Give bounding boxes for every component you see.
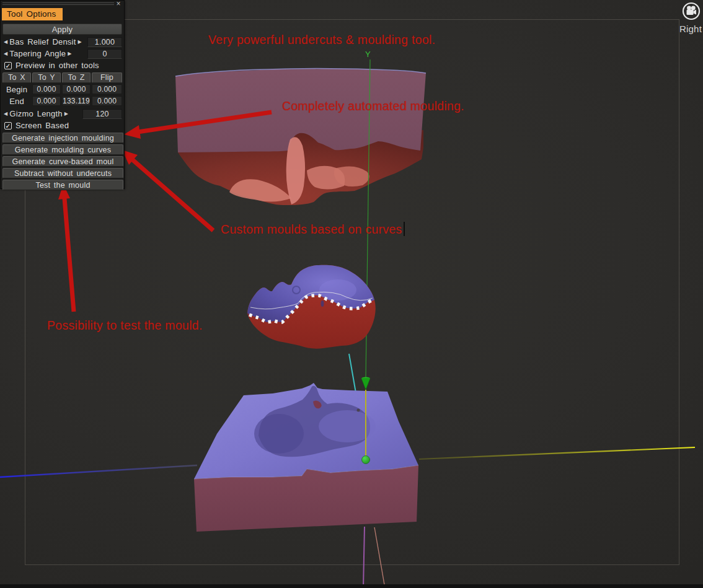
- end-z-field[interactable]: 0.000: [92, 96, 122, 106]
- gizmo-length-row: ◀ Gizmo Length ▶ 120: [1, 108, 124, 120]
- gizmo-handle-sphere[interactable]: [362, 456, 370, 464]
- annotation-automated-moulding: Completely automated moulding.: [282, 99, 464, 113]
- camera-icon: [681, 1, 701, 21]
- x-axis-line-yellow: [419, 447, 695, 459]
- spinner-row-bas-relief: ◀ Bas Relief Densit ▶ 1.000: [1, 36, 124, 48]
- gizmo-length-label: Gizmo Length: [9, 109, 62, 118]
- annotation-custom-moulds[interactable]: Custom moulds based on curves: [221, 222, 405, 237]
- apply-button[interactable]: Apply: [2, 24, 122, 35]
- tab-tool-options[interactable]: Tool Options: [2, 8, 63, 20]
- annotation-powerful-tool: Very powerful undercuts & moulding tool.: [208, 33, 435, 47]
- begin-x-field[interactable]: 0.000: [32, 84, 61, 94]
- preview-checkbox[interactable]: ✓: [4, 62, 12, 69]
- spinner-increment-icon[interactable]: ▶: [64, 112, 68, 116]
- upper-mould-half[interactable]: [175, 69, 426, 206]
- preview-checkbox-label: Preview in other tools: [15, 61, 99, 70]
- flip-button[interactable]: Flip: [92, 72, 122, 83]
- begin-y-field[interactable]: 0.000: [62, 84, 91, 94]
- spinner-row-tapering-angle: ◀ Tapering Angle ▶ 0: [1, 48, 124, 59]
- annotation-test-mould: Possibility to test the mould.: [47, 318, 203, 333]
- y-axis-label: Y: [365, 50, 371, 59]
- head-model[interactable]: [247, 265, 376, 349]
- spinner-increment-icon[interactable]: ▶: [68, 51, 71, 56]
- spinner-decrement-icon[interactable]: ◀: [4, 112, 7, 116]
- tapering-angle-label: Tapering Angle: [9, 49, 66, 58]
- bas-relief-density-field[interactable]: 1.000: [87, 37, 122, 47]
- tool-options-panel: × Tool Options Apply ◀ Bas Relief Densit…: [0, 0, 125, 189]
- axis-line-purple: [363, 527, 365, 588]
- axis-tick-cyan: [349, 354, 356, 393]
- begin-label: Begin: [2, 84, 31, 95]
- generate-curve-based-mould-button[interactable]: Generate curve-based moul: [2, 156, 123, 167]
- spinner-increment-icon[interactable]: ▶: [77, 40, 81, 45]
- panel-grip: [2, 2, 114, 3]
- gizmo-arrow-down[interactable]: [361, 379, 370, 390]
- camera-view-button[interactable]: [679, 1, 703, 24]
- screen-based-checkbox-label: Screen Based: [15, 121, 69, 130]
- screen-based-checkbox[interactable]: ✓: [4, 122, 12, 129]
- preview-checkbox-row: ✓ Preview in other tools: [1, 59, 124, 71]
- begin-z-field[interactable]: 0.000: [92, 84, 122, 94]
- panel-titlebar[interactable]: ×: [1, 1, 124, 7]
- bottom-edge: [0, 584, 703, 588]
- to-x-button[interactable]: To X: [2, 72, 31, 83]
- end-row: End 0.000 133.119 0.000: [2, 96, 122, 107]
- to-z-button[interactable]: To Z: [62, 72, 91, 83]
- view-orientation-label: Right: [678, 24, 703, 34]
- end-x-field[interactable]: 0.000: [32, 96, 61, 106]
- end-y-field[interactable]: 133.119: [62, 96, 91, 106]
- annotation-text: Custom moulds based on curves: [221, 222, 402, 236]
- begin-row: Begin 0.000 0.000 0.000: [2, 84, 122, 95]
- screen-based-checkbox-row: ✓ Screen Based: [1, 120, 124, 131]
- to-y-button[interactable]: To Y: [32, 72, 61, 83]
- gizmo-length-field[interactable]: 120: [82, 109, 122, 119]
- axis-buttons-row: To X To Y To Z Flip: [2, 72, 122, 83]
- spinner-decrement-icon[interactable]: ◀: [4, 51, 7, 56]
- spinner-decrement-icon[interactable]: ◀: [4, 40, 7, 45]
- x-axis-line-blue: [0, 465, 197, 477]
- subtract-without-undercuts-button[interactable]: Subtract without undercuts: [2, 168, 123, 179]
- bas-relief-density-label: Bas Relief Densit: [9, 37, 76, 46]
- end-label: End: [2, 96, 31, 107]
- test-the-mould-button[interactable]: Test the mould: [2, 180, 123, 191]
- tapering-angle-field[interactable]: 0: [87, 49, 122, 59]
- text-cursor: [404, 222, 405, 236]
- axis-line-salmon: [374, 527, 385, 588]
- generate-injection-moulding-button[interactable]: Generate injection moulding: [2, 133, 123, 144]
- generate-moulding-curves-button[interactable]: Generate moulding curves: [2, 144, 123, 156]
- panel-grip: [2, 4, 114, 5]
- bottom-mould-block[interactable]: [194, 383, 418, 532]
- close-icon[interactable]: ×: [115, 0, 122, 7]
